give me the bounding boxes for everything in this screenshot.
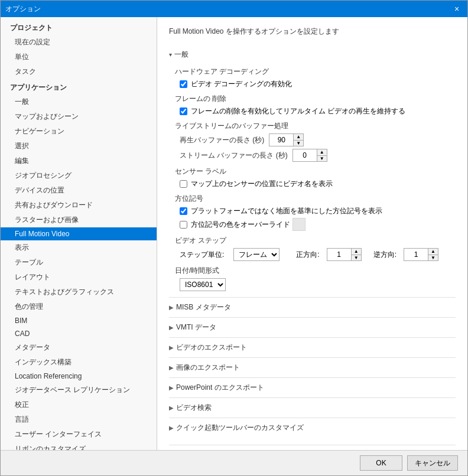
vmti-data-section[interactable]: ▶ VMTI データ: [169, 317, 456, 337]
stream-buffer-label: ストリーム バッファーの長さ (秒): [180, 151, 288, 161]
forward-label: 正方向:: [296, 250, 319, 260]
sidebar-item-ribbon-customize[interactable]: リボンのカスタマイズ: [1, 442, 157, 450]
step-unit-select[interactable]: フレーム 秒 ミリ秒: [233, 248, 280, 261]
sidebar-item-location-referencing[interactable]: Location Referencing: [1, 370, 157, 383]
datetime-format-select[interactable]: ISO8601 Unix カスタム: [180, 278, 226, 291]
sensor-label-checkbox-label: マップ上のセンサーの位置にビデオ名を表示: [191, 179, 333, 189]
main-content: Full Motion Video を操作するオプションを設定します ▾ 一般 …: [157, 17, 467, 450]
orientation-checkbox1[interactable]: [180, 207, 187, 215]
forward-spinbox-buttons: ▲ ▼: [351, 249, 361, 260]
chevron-right-icon-video-export: ▶: [169, 344, 174, 351]
orientation-checkbox2-label: 方位記号の色をオーバーライド: [191, 220, 290, 230]
playback-buffer-input[interactable]: 90: [269, 134, 293, 146]
frame-removal-label: フレームの 削除: [175, 94, 456, 104]
backward-input[interactable]: 1: [404, 249, 428, 260]
orientation-color-swatch: [292, 218, 306, 231]
chevron-down-icon: ▾: [169, 51, 172, 58]
sidebar-item-selection[interactable]: 選択: [1, 139, 157, 154]
sensor-label-checkbox-row: マップ上のセンサーの位置にビデオ名を表示: [180, 179, 456, 189]
chevron-right-icon-video-search: ▶: [169, 405, 174, 411]
cancel-button[interactable]: キャンセル: [407, 455, 458, 471]
forward-increment[interactable]: ▲: [352, 249, 361, 255]
orientation-checkbox1-label: プラットフォームではなく地面を基準にした方位記号を表示: [191, 206, 382, 216]
misb-metadata-section[interactable]: ▶ MISB メタデータ: [169, 297, 456, 317]
sidebar-section-project: プロジェクト: [1, 19, 157, 35]
hardware-decoding-checkbox[interactable]: [180, 80, 187, 88]
video-step-label: ビデオ ステップ: [175, 236, 456, 246]
dialog-title: オプション: [5, 4, 41, 14]
stream-buffer-decrement[interactable]: ▼: [317, 155, 327, 161]
image-export-section[interactable]: ▶ 画像のエクスポート: [169, 357, 456, 377]
ok-button[interactable]: OK: [360, 455, 402, 471]
quick-toolbar-section[interactable]: ▶ クイック起動ツールバーのカスタマイズ: [169, 418, 456, 438]
sidebar-item-current-settings[interactable]: 現在の設定: [1, 35, 157, 50]
sidebar-item-bim[interactable]: BIM: [1, 314, 157, 327]
chevron-right-icon-ppt-export: ▶: [169, 384, 174, 391]
playback-buffer-row: 再生バッファーの長さ (秒) 90 ▲ ▼: [180, 133, 456, 146]
sidebar-item-correction[interactable]: 校正: [1, 397, 157, 412]
sidebar-item-geoprocessing[interactable]: ジオプロセシング: [1, 168, 157, 183]
general-section-label: 一般: [174, 50, 188, 60]
sidebar-item-map-scene[interactable]: マップおよびシーン: [1, 109, 157, 124]
sidebar-item-metadata[interactable]: メタデータ: [1, 340, 157, 355]
playback-buffer-decrement[interactable]: ▼: [294, 140, 303, 146]
sidebar-item-device-location[interactable]: デバイスの位置: [1, 183, 157, 198]
sidebar-item-table[interactable]: テーブル: [1, 255, 157, 270]
video-search-section[interactable]: ▶ ビデオ検索: [169, 397, 456, 418]
sidebar-item-language[interactable]: 言語: [1, 412, 157, 427]
video-step-row: ステップ単位: フレーム 秒 ミリ秒 正方向: 1 ▲ ▼ 逆方向:: [180, 248, 456, 261]
sidebar-item-display[interactable]: 表示: [1, 240, 157, 255]
title-bar: オプション ×: [1, 1, 467, 17]
backward-spinbox: 1 ▲ ▼: [404, 248, 438, 261]
sidebar-item-full-motion-video[interactable]: Full Motion Video: [1, 227, 157, 240]
sidebar-item-edit[interactable]: 編集: [1, 154, 157, 168]
orientation-checkbox2[interactable]: [180, 221, 187, 229]
backward-increment[interactable]: ▲: [428, 249, 438, 255]
sidebar-item-cad[interactable]: CAD: [1, 327, 157, 340]
stream-buffer-increment[interactable]: ▲: [317, 149, 327, 155]
sidebar-item-text-graphics[interactable]: テキストおよびグラフィックス: [1, 285, 157, 299]
powerpoint-export-section[interactable]: ▶ PowerPoint のエクスポート: [169, 377, 456, 397]
sidebar-item-navigation[interactable]: ナビゲーション: [1, 124, 157, 139]
backward-decrement[interactable]: ▼: [428, 255, 438, 260]
hardware-decoding-checkbox-label: ビデオ デコーディングの有効化: [191, 79, 292, 89]
backward-label: 逆方向:: [373, 250, 396, 260]
sidebar-item-raster-imagery[interactable]: ラスターおよび画像: [1, 213, 157, 227]
chevron-right-icon-image-export: ▶: [169, 364, 174, 371]
sensor-label-checkbox[interactable]: [180, 180, 187, 188]
playback-buffer-spinbox: 90 ▲ ▼: [269, 133, 304, 146]
sidebar-item-share-download[interactable]: 共有およびダウンロード: [1, 198, 157, 213]
playback-buffer-spinbox-buttons: ▲ ▼: [293, 134, 303, 146]
sidebar-item-index-build[interactable]: インデックス構築: [1, 355, 157, 370]
sidebar-item-geodatabase-replication[interactable]: ジオデータベース レプリケーション: [1, 383, 157, 397]
forward-decrement[interactable]: ▼: [352, 255, 361, 260]
stream-buffer-input[interactable]: 0: [293, 149, 317, 161]
general-section-content: ハードウェア デコーディング ビデオ デコーディングの有効化 フレームの 削除 …: [175, 67, 456, 291]
video-export-section[interactable]: ▶ ビデオのエクスポート: [169, 337, 456, 357]
sidebar-item-general[interactable]: 一般: [1, 94, 157, 109]
sidebar-item-layout[interactable]: レイアウト: [1, 270, 157, 285]
hardware-decoding-label: ハードウェア デコーディング: [175, 67, 456, 77]
stream-buffer-row: ストリーム バッファーの長さ (秒) 0 ▲ ▼: [180, 149, 456, 162]
sidebar: プロジェクト 現在の設定 単位 タスク アプリケーション 一般 マップおよびシー…: [1, 17, 157, 450]
buffer-processing-label: ライブストリームのバッファー処理: [175, 121, 456, 131]
playback-buffer-increment[interactable]: ▲: [294, 134, 303, 140]
playback-buffer-label: 再生バッファーの長さ (秒): [180, 135, 264, 145]
close-button[interactable]: ×: [451, 3, 463, 15]
frame-removal-checkbox[interactable]: [180, 107, 187, 115]
general-section-header[interactable]: ▾ 一般: [169, 47, 456, 62]
sensor-label-label: センサー ラベル: [175, 167, 456, 177]
forward-input[interactable]: 1: [327, 249, 351, 260]
vmti-data-label: VMTI データ: [176, 322, 216, 332]
forward-spinbox: 1 ▲ ▼: [327, 248, 362, 261]
sidebar-item-units[interactable]: 単位: [1, 50, 157, 64]
frame-removal-checkbox-row: フレームの削除を有効化してリアルタイム ビデオの再生を維持する: [180, 106, 456, 116]
quick-toolbar-label: クイック起動ツールバーのカスタマイズ: [176, 423, 304, 433]
chevron-right-icon-quick-toolbar: ▶: [169, 425, 174, 431]
sidebar-item-tasks[interactable]: タスク: [1, 64, 157, 79]
sidebar-item-color-management[interactable]: 色の管理: [1, 299, 157, 314]
sidebar-item-user-interface[interactable]: ユーザー インターフェイス: [1, 427, 157, 442]
misb-metadata-label: MISB メタデータ: [176, 302, 231, 312]
stream-buffer-spinbox: 0 ▲ ▼: [292, 149, 327, 162]
chevron-right-icon-vmti: ▶: [169, 324, 174, 331]
